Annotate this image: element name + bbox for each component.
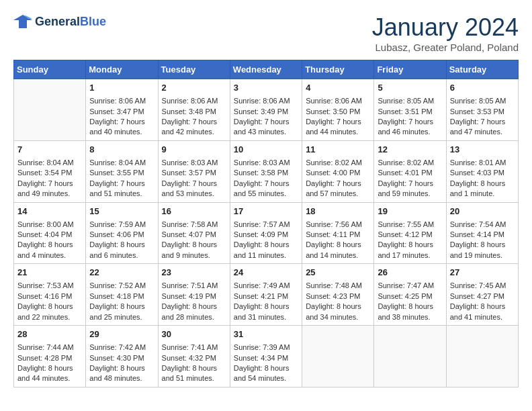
calendar-week-row: 7 Sunrise: 8:04 AMSunset: 3:54 PMDayligh… — [14, 140, 519, 202]
day-number: 27 — [450, 267, 515, 279]
day-number: 18 — [306, 205, 370, 218]
calendar-cell — [302, 326, 374, 387]
header-wednesday: Wednesday — [230, 60, 302, 79]
day-info: Sunrise: 8:05 AMSunset: 3:53 PMDaylight:… — [450, 96, 515, 138]
day-number: 22 — [89, 267, 154, 279]
header-tuesday: Tuesday — [158, 60, 230, 79]
calendar-cell — [446, 326, 518, 387]
day-info: Sunrise: 8:00 AMSunset: 4:04 PMDaylight:… — [17, 220, 82, 261]
day-number: 23 — [162, 267, 226, 279]
svg-marker-0 — [13, 15, 32, 28]
day-info: Sunrise: 7:57 AMSunset: 4:09 PMDaylight:… — [234, 220, 298, 261]
title-block: January 2024 Lubasz, Greater Poland, Pol… — [372, 13, 519, 53]
day-number: 10 — [234, 144, 298, 156]
calendar-cell: 10 Sunrise: 8:03 AMSunset: 3:58 PMDaylig… — [230, 140, 302, 202]
calendar-cell: 31 Sunrise: 7:39 AMSunset: 4:34 PMDaylig… — [230, 326, 302, 387]
logo-text: GeneralBlue — [35, 15, 106, 29]
day-number: 5 — [378, 82, 442, 94]
location: Lubasz, Greater Poland, Poland — [372, 42, 519, 53]
day-info: Sunrise: 8:04 AMSunset: 3:55 PMDaylight:… — [89, 158, 154, 199]
calendar-cell: 26 Sunrise: 7:47 AMSunset: 4:25 PMDaylig… — [374, 264, 446, 326]
calendar-cell: 17 Sunrise: 7:57 AMSunset: 4:09 PMDaylig… — [230, 202, 302, 264]
calendar-cell: 30 Sunrise: 7:41 AMSunset: 4:32 PMDaylig… — [158, 326, 230, 387]
month-title: January 2024 — [372, 13, 519, 42]
day-number: 15 — [89, 205, 154, 218]
day-info: Sunrise: 7:42 AMSunset: 4:30 PMDaylight:… — [89, 342, 154, 384]
calendar-cell: 19 Sunrise: 7:55 AMSunset: 4:12 PMDaylig… — [374, 202, 446, 264]
day-number: 29 — [89, 328, 154, 340]
calendar-cell: 18 Sunrise: 7:56 AMSunset: 4:11 PMDaylig… — [302, 202, 374, 264]
day-info: Sunrise: 7:56 AMSunset: 4:11 PMDaylight:… — [306, 220, 370, 261]
day-number: 8 — [89, 144, 154, 156]
day-number: 12 — [378, 144, 442, 156]
calendar-cell: 9 Sunrise: 8:03 AMSunset: 3:57 PMDayligh… — [158, 140, 230, 202]
day-number: 26 — [378, 267, 442, 279]
day-info: Sunrise: 8:06 AMSunset: 3:47 PMDaylight:… — [89, 96, 154, 138]
day-info: Sunrise: 7:45 AMSunset: 4:27 PMDaylight:… — [450, 281, 515, 322]
day-info: Sunrise: 7:48 AMSunset: 4:23 PMDaylight:… — [306, 281, 370, 322]
calendar-cell: 13 Sunrise: 8:01 AMSunset: 4:03 PMDaylig… — [446, 140, 518, 202]
day-info: Sunrise: 8:02 AMSunset: 4:01 PMDaylight:… — [378, 158, 442, 199]
calendar-cell: 1 Sunrise: 8:06 AMSunset: 3:47 PMDayligh… — [86, 79, 158, 141]
day-info: Sunrise: 8:04 AMSunset: 3:54 PMDaylight:… — [17, 158, 82, 199]
logo-icon — [13, 13, 32, 30]
calendar-cell: 16 Sunrise: 7:58 AMSunset: 4:07 PMDaylig… — [158, 202, 230, 264]
calendar-cell: 20 Sunrise: 7:54 AMSunset: 4:14 PMDaylig… — [446, 202, 518, 264]
day-number: 28 — [17, 328, 82, 340]
day-number: 3 — [234, 82, 298, 94]
day-number: 20 — [450, 205, 515, 218]
day-number: 4 — [306, 82, 370, 94]
day-number: 30 — [162, 328, 226, 340]
page-header: GeneralBlue January 2024 Lubasz, Greater… — [13, 13, 519, 53]
header-saturday: Saturday — [446, 60, 518, 79]
logo: GeneralBlue — [13, 13, 106, 30]
day-info: Sunrise: 7:47 AMSunset: 4:25 PMDaylight:… — [378, 281, 442, 322]
calendar-table: SundayMondayTuesdayWednesdayThursdayFrid… — [13, 60, 519, 387]
day-number: 11 — [306, 144, 370, 156]
header-sunday: Sunday — [14, 60, 86, 79]
calendar-cell: 5 Sunrise: 8:05 AMSunset: 3:51 PMDayligh… — [374, 79, 446, 141]
calendar-cell: 11 Sunrise: 8:02 AMSunset: 4:00 PMDaylig… — [302, 140, 374, 202]
day-number: 24 — [234, 267, 298, 279]
calendar-cell: 15 Sunrise: 7:59 AMSunset: 4:06 PMDaylig… — [86, 202, 158, 264]
calendar-cell: 12 Sunrise: 8:02 AMSunset: 4:01 PMDaylig… — [374, 140, 446, 202]
calendar-cell: 4 Sunrise: 8:06 AMSunset: 3:50 PMDayligh… — [302, 79, 374, 141]
day-number: 16 — [162, 205, 226, 218]
calendar-cell: 27 Sunrise: 7:45 AMSunset: 4:27 PMDaylig… — [446, 264, 518, 326]
header-friday: Friday — [374, 60, 446, 79]
calendar-cell: 3 Sunrise: 8:06 AMSunset: 3:49 PMDayligh… — [230, 79, 302, 141]
calendar-cell: 29 Sunrise: 7:42 AMSunset: 4:30 PMDaylig… — [86, 326, 158, 387]
calendar-cell: 28 Sunrise: 7:44 AMSunset: 4:28 PMDaylig… — [14, 326, 86, 387]
calendar-cell: 14 Sunrise: 8:00 AMSunset: 4:04 PMDaylig… — [14, 202, 86, 264]
day-info: Sunrise: 8:06 AMSunset: 3:49 PMDaylight:… — [234, 96, 298, 138]
day-info: Sunrise: 7:52 AMSunset: 4:18 PMDaylight:… — [89, 281, 154, 322]
calendar-cell: 23 Sunrise: 7:51 AMSunset: 4:19 PMDaylig… — [158, 264, 230, 326]
day-info: Sunrise: 8:06 AMSunset: 3:48 PMDaylight:… — [162, 96, 226, 138]
day-number: 6 — [450, 82, 515, 94]
day-info: Sunrise: 8:02 AMSunset: 4:00 PMDaylight:… — [306, 158, 370, 199]
day-number: 25 — [306, 267, 370, 279]
calendar-header-row: SundayMondayTuesdayWednesdayThursdayFrid… — [14, 60, 519, 79]
day-info: Sunrise: 7:49 AMSunset: 4:21 PMDaylight:… — [234, 281, 298, 322]
day-number: 1 — [89, 82, 154, 94]
calendar-cell — [14, 79, 86, 141]
header-monday: Monday — [86, 60, 158, 79]
day-info: Sunrise: 7:44 AMSunset: 4:28 PMDaylight:… — [17, 342, 82, 384]
day-number: 14 — [17, 205, 82, 218]
day-number: 31 — [234, 328, 298, 340]
header-thursday: Thursday — [302, 60, 374, 79]
calendar-cell: 2 Sunrise: 8:06 AMSunset: 3:48 PMDayligh… — [158, 79, 230, 141]
day-number: 2 — [162, 82, 226, 94]
day-info: Sunrise: 8:01 AMSunset: 4:03 PMDaylight:… — [450, 158, 515, 199]
day-info: Sunrise: 7:54 AMSunset: 4:14 PMDaylight:… — [450, 220, 515, 261]
day-number: 19 — [378, 205, 442, 218]
calendar-cell: 6 Sunrise: 8:05 AMSunset: 3:53 PMDayligh… — [446, 79, 518, 141]
day-number: 17 — [234, 205, 298, 218]
day-info: Sunrise: 8:06 AMSunset: 3:50 PMDaylight:… — [306, 96, 370, 138]
calendar-cell — [374, 326, 446, 387]
calendar-week-row: 21 Sunrise: 7:53 AMSunset: 4:16 PMDaylig… — [14, 264, 519, 326]
day-number: 21 — [17, 267, 82, 279]
day-info: Sunrise: 7:58 AMSunset: 4:07 PMDaylight:… — [162, 220, 226, 261]
calendar-week-row: 1 Sunrise: 8:06 AMSunset: 3:47 PMDayligh… — [14, 79, 519, 141]
day-info: Sunrise: 8:03 AMSunset: 3:57 PMDaylight:… — [162, 158, 226, 199]
